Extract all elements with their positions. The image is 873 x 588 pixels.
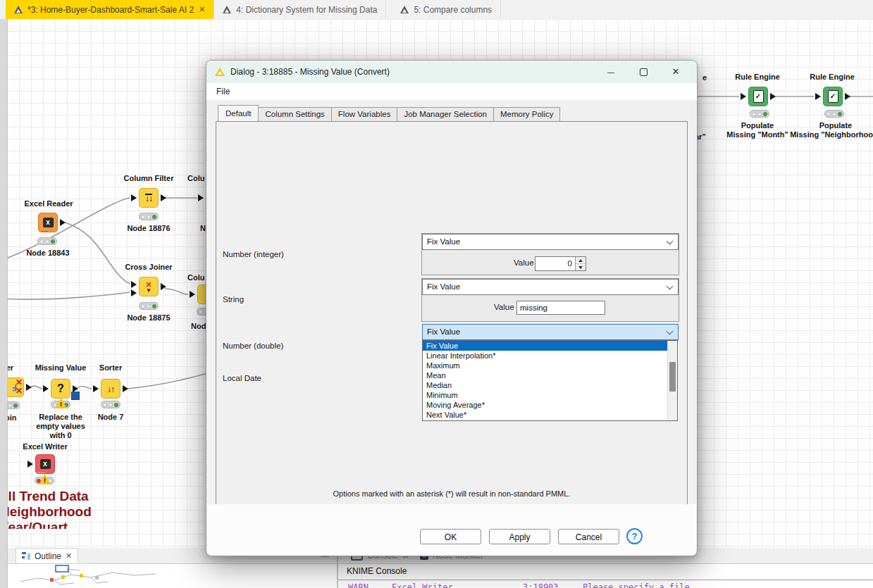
truncated-text-icon (42, 227, 49, 232)
input-port (815, 93, 821, 100)
dropdown-option[interactable]: Median (423, 380, 668, 390)
node-name-partial: Nod (191, 322, 206, 331)
cancel-button[interactable]: Cancel (558, 529, 619, 544)
input-port (198, 194, 204, 201)
double-strategy-combo[interactable]: Fix Value (422, 324, 679, 340)
close-tab-icon[interactable] (199, 6, 205, 13)
dropdown-option[interactable]: Next Value* (423, 410, 668, 420)
integer-strategy-combo[interactable]: Fix Value (422, 234, 679, 250)
value-label: Value (494, 303, 514, 311)
column-filter-icon (145, 194, 152, 203)
spin-down-button[interactable] (576, 264, 586, 270)
strategy-dropdown-list: Fix Value Linear Interpolation* Maximum … (422, 340, 678, 421)
spinner-buttons (575, 257, 586, 270)
editor-tab[interactable]: 5: Compare columns (392, 0, 501, 19)
node-cross-joiner[interactable] (139, 277, 159, 296)
pmml-footnote: Options marked with an asterisk (*) will… (206, 489, 697, 498)
workflow-minimap[interactable] (18, 565, 173, 588)
integer-value-spinner[interactable]: 0 (535, 256, 586, 271)
node-name: Node 18876 (113, 224, 184, 233)
editor-tab[interactable]: 4: Dictionary System for Missing Data (214, 0, 386, 19)
tab-flow-variables[interactable]: Flow Variables (331, 107, 398, 121)
broken-connection-icon (16, 387, 23, 395)
string-strategy-combo[interactable]: Fix Value (422, 279, 679, 295)
node-title: Rule Engine (793, 73, 871, 82)
close-button[interactable] (670, 66, 681, 77)
node-caption: Populate (790, 121, 873, 130)
ok-button[interactable]: OK (420, 529, 481, 544)
divider (338, 580, 873, 580)
output-port (845, 93, 850, 100)
cross-joiner-icon (145, 281, 151, 293)
string-value-field[interactable]: missing (516, 301, 605, 315)
excel-reader-icon (43, 218, 54, 227)
dropdown-option[interactable]: Minimum (423, 390, 668, 400)
traffic-light (51, 401, 70, 408)
traffic-light (750, 110, 769, 118)
close-tab-icon[interactable] (66, 552, 72, 560)
node-title-partial: Colu (187, 273, 204, 282)
editor-tab-active[interactable]: *3: Home-Buyer-Dashboard-Smart-Sale AI 2 (6, 0, 214, 19)
scrollbar-thumb[interactable] (669, 362, 676, 392)
tab-job-manager-selection[interactable]: Job Manager Selection (397, 107, 494, 121)
tab-memory-policy[interactable]: Memory Policy (493, 107, 560, 121)
input-port (131, 281, 137, 288)
dropdown-option[interactable]: Maximum (423, 361, 668, 370)
node-caption: with 0 (25, 431, 96, 440)
node-caption: Missing "Month" (715, 130, 800, 139)
node-title: Missing Value (22, 363, 99, 373)
node-sorter[interactable] (101, 379, 120, 399)
input-port (93, 385, 99, 392)
dropdown-option-selected[interactable]: Fix Value (423, 341, 668, 351)
node-name-partial: N (200, 224, 206, 233)
node-rule-engine-1[interactable] (748, 87, 768, 106)
value-label: Value (514, 258, 534, 267)
dropdown-option[interactable]: Linear Interpolation* (423, 351, 668, 361)
excel-writer-icon (40, 459, 51, 469)
rule-engine-icon (828, 90, 838, 103)
workflow-annotation: ull Trend Data Neighborhood Year/Quart (0, 489, 113, 529)
annotation-line: Neighborhood (0, 504, 113, 520)
node-name: Node 18875 (113, 313, 184, 323)
dropdown-option[interactable]: Moving Average* (423, 400, 668, 410)
dropdown-scrollbar (667, 341, 677, 420)
node-missing-value[interactable] (51, 379, 70, 399)
node-caption: empty values (25, 422, 96, 431)
field-value: missing (520, 304, 547, 312)
knime-workflow-icon (400, 6, 409, 13)
knime-workflow-icon (223, 6, 231, 13)
node-title: Column Filter (110, 174, 187, 183)
chevron-down-icon (667, 238, 674, 245)
help-button[interactable] (626, 528, 643, 544)
node-column-filter[interactable] (139, 188, 159, 208)
node-excel-writer[interactable] (35, 454, 55, 474)
apply-button[interactable]: Apply (489, 529, 550, 544)
editor-tab-label: *3: Home-Buyer-Dashboard-Smart-Sale AI 2 (27, 5, 194, 15)
traffic-light (139, 302, 159, 310)
node-name: Node 18843 (13, 249, 83, 258)
node-title: Excel Reader (10, 199, 87, 208)
menu-file[interactable]: File (216, 87, 230, 96)
traffic-light (101, 401, 120, 408)
node-rule-engine-2[interactable] (823, 87, 843, 106)
tab-column-settings[interactable]: Column Settings (258, 107, 331, 121)
log-source: Excel Writer (392, 582, 453, 588)
output-port (770, 93, 776, 100)
row-label-number-integer: Number (integer) (223, 250, 284, 258)
maximize-button[interactable] (638, 66, 649, 77)
node-title: Sorter (93, 363, 128, 373)
output-port (161, 194, 166, 201)
dropdown-option[interactable]: Mean (423, 370, 668, 380)
minimize-button[interactable] (605, 66, 617, 77)
spin-up-button[interactable] (576, 257, 586, 264)
tab-default[interactable]: Default (218, 105, 259, 121)
output-port (161, 283, 166, 290)
node-caption: Replace the (25, 413, 96, 422)
sorter-icon (107, 382, 114, 395)
row-label-string: String (223, 295, 244, 304)
label-fragment: e (702, 73, 707, 82)
dialog-title-bar[interactable]: Dialog - 3:18885 - Missing Value (Conver… (206, 61, 697, 83)
node-name: Node 7 (93, 413, 128, 422)
node-excel-reader[interactable] (38, 213, 58, 232)
tab-outline[interactable]: Outline (16, 548, 78, 563)
